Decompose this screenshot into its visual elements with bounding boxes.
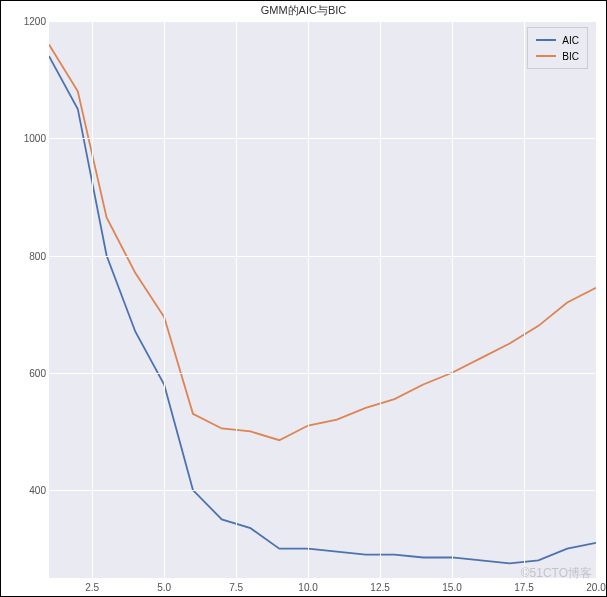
gridline-v: [524, 21, 525, 578]
gridline-h: [49, 21, 596, 22]
y-tick-label: 600: [6, 367, 46, 378]
x-tick-label: 15.0: [442, 582, 461, 593]
chart-title: GMM的AIC与BIC: [1, 3, 606, 18]
x-tick-label: 2.5: [85, 582, 99, 593]
chart-svg: [49, 21, 596, 578]
gridline-h: [49, 256, 596, 257]
gridline-h: [49, 490, 596, 491]
legend-swatch-bic: [536, 55, 556, 57]
x-tick-label: 20.0: [586, 582, 605, 593]
legend: AIC BIC: [527, 27, 588, 69]
y-tick-label: 800: [6, 250, 46, 261]
gridline-h: [49, 373, 596, 374]
line-bic: [49, 44, 596, 440]
legend-item-aic: AIC: [536, 32, 579, 48]
gridline-v: [236, 21, 237, 578]
line-aic: [49, 56, 596, 563]
gridline-h: [49, 138, 596, 139]
gridline-v: [380, 21, 381, 578]
x-tick-label: 12.5: [370, 582, 389, 593]
y-tick-label: 1200: [6, 16, 46, 27]
y-tick-label: 400: [6, 485, 46, 496]
gridline-v: [596, 21, 597, 578]
gridline-v: [92, 21, 93, 578]
legend-label-bic: BIC: [562, 51, 579, 62]
plot-area: [49, 21, 596, 578]
legend-item-bic: BIC: [536, 48, 579, 64]
x-tick-label: 17.5: [514, 582, 533, 593]
legend-label-aic: AIC: [562, 35, 579, 46]
gridline-v: [164, 21, 165, 578]
legend-swatch-aic: [536, 39, 556, 41]
y-tick-label: 1000: [6, 133, 46, 144]
x-tick-label: 7.5: [229, 582, 243, 593]
x-tick-label: 5.0: [157, 582, 171, 593]
gridline-v: [308, 21, 309, 578]
chart-container: GMM的AIC与BIC AIC BIC ©51CTO博客 40060080010…: [0, 0, 607, 597]
gridline-v: [452, 21, 453, 578]
x-tick-label: 10.0: [298, 582, 317, 593]
